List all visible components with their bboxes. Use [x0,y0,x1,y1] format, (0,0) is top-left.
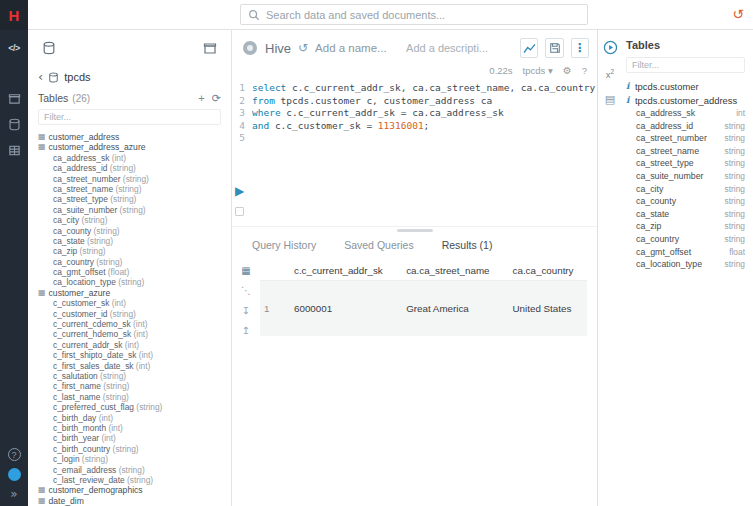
right-column-item[interactable]: ca_location_typestring [626,258,745,271]
column-item[interactable]: ca_country (string) [38,257,231,267]
column-item[interactable]: ca_location_type (string) [38,277,231,287]
language-reference-icon[interactable]: ▤ [605,93,615,106]
column-item[interactable]: c_birth_year (int) [38,433,231,443]
code-lines[interactable]: 1select c.c_current_addr_sk, ca.ca_stree… [232,82,597,145]
column-item[interactable]: c_login (string) [38,454,231,464]
right-column-item[interactable]: ca_zipstring [626,220,745,233]
expand-results-icon[interactable]: ⋱ [241,286,251,296]
column-item[interactable]: ca_street_name (string) [38,184,231,194]
column-item[interactable]: c_customer_sk (int) [38,298,231,308]
right-filter-input[interactable] [626,57,745,73]
more-button[interactable]: ⋮ [571,38,589,58]
right-column-item[interactable]: ca_street_numberstring [626,132,745,145]
documents-source-icon[interactable] [203,41,217,55]
query-description-input[interactable] [406,42,506,54]
table-item[interactable]: ▦customer_address [38,132,231,142]
right-table-item[interactable]: itpcds.customer_address [626,94,745,108]
table-item[interactable]: ▦customer_azure [38,288,231,298]
code-text[interactable]: select c.c_current_addr_sk, ca.ca_street… [252,82,595,95]
column-item[interactable]: ca_street_type (string) [38,194,231,204]
help-icon[interactable]: ? [8,448,21,461]
column-item[interactable]: c_current_cdemo_sk (int) [38,319,231,329]
right-column-item[interactable]: ca_statestring [626,208,745,221]
tab-saved-queries[interactable]: Saved Queries [344,239,413,251]
tab-results-1-[interactable]: Results (1) [442,239,493,251]
column-item[interactable]: ca_address_id (string) [38,163,231,173]
right-column-item[interactable]: ca_suite_numberstring [626,170,745,183]
execute-button[interactable]: ▶ [235,185,244,197]
left-filter-input[interactable] [38,109,221,125]
column-item[interactable]: c_current_hdemo_sk (int) [38,329,231,339]
save-button[interactable] [545,38,563,58]
snippet-menu-icon[interactable] [235,207,244,216]
database-selector[interactable]: tpcds ▾ [523,65,553,76]
column-item[interactable]: c_last_name (string) [38,392,231,402]
table-item[interactable]: ▦date_dim [38,496,231,506]
grid-view-icon[interactable]: ▦ [241,265,250,276]
column-item[interactable]: ca_gmt_offset (float) [38,267,231,277]
notification-dot-icon[interactable] [8,468,21,481]
column-item[interactable]: c_salutation (string) [38,371,231,381]
snippet-help-icon[interactable]: ? [582,65,587,76]
code-text[interactable]: where c.c_current_addr_sk = ca.ca_addres… [252,107,504,120]
documents-icon[interactable] [8,92,21,105]
tab-query-history[interactable]: Query History [252,239,316,251]
settings-gear-icon[interactable]: ⚙ [563,65,572,76]
column-item[interactable]: c_last_review_date (string) [38,475,231,485]
table-item[interactable]: ▦customer_address_azure [38,142,231,152]
download-icon[interactable]: ↧ [242,306,250,316]
right-column-item[interactable]: ca_countystring [626,195,745,208]
right-column-item[interactable]: ca_citystring [626,183,745,196]
column-item[interactable]: ca_city (string) [38,215,231,225]
right-column-item[interactable]: ca_street_namestring [626,145,745,158]
databases-source-icon[interactable] [42,41,56,55]
global-search[interactable] [240,4,588,25]
right-column-item[interactable]: ca_gmt_offsetfloat [626,246,745,259]
column-item[interactable]: c_first_shipto_date_sk (int) [38,350,231,360]
refresh-tables-icon[interactable]: ⟳ [212,93,221,104]
column-item[interactable]: c_birth_month (int) [38,423,231,433]
table-item[interactable]: ▦customer_demographics [38,485,231,495]
column-item[interactable]: c_birth_country (string) [38,444,231,454]
column-header[interactable]: c.c_current_addr_sk [286,261,398,281]
column-item[interactable]: ca_zip (string) [38,246,231,256]
column-item[interactable]: ca_state (string) [38,236,231,246]
column-item[interactable]: c_first_sales_date_sk (int) [38,361,231,371]
right-column-item[interactable]: ca_address_idstring [626,120,745,133]
undo-icon[interactable]: ↺ [298,41,308,55]
search-input[interactable] [266,9,580,21]
column-item[interactable]: c_customer_id (string) [38,309,231,319]
right-column-item[interactable]: ca_street_typestring [626,157,745,170]
right-table-item[interactable]: itpcds.customer [626,80,745,94]
column-header[interactable]: ca.ca_country [505,261,587,281]
code-text[interactable]: and c.c_customer_sk = 11316001; [252,120,429,133]
right-column-item[interactable]: ca_address_skint [626,107,745,120]
functions-icon[interactable]: x2 [606,68,614,80]
assistant-icon[interactable] [603,40,618,55]
export-icon[interactable]: ↥ [242,326,250,336]
column-item[interactable]: ca_county (string) [38,226,231,236]
current-database[interactable]: tpcds [64,71,90,83]
column-item[interactable]: c_birth_day (int) [38,413,231,423]
column-item[interactable]: c_email_address (string) [38,465,231,475]
column-item[interactable]: c_first_name (string) [38,381,231,391]
column-item[interactable]: ca_street_number (string) [38,174,231,184]
editor-app-icon[interactable]: </> [8,42,20,54]
tables-rail-icon[interactable] [8,144,21,157]
column-header[interactable]: ca.ca_street_name [398,261,504,281]
hue-logo[interactable]: H [0,0,28,30]
back-chevron-icon[interactable]: ‹ [38,71,43,83]
task-history-icon[interactable]: ↺ [732,5,744,23]
expand-rail-icon[interactable]: » [10,488,17,500]
column-item[interactable]: c_current_addr_sk (int) [38,340,231,350]
result-row[interactable]: 16000001Great AmericaUnited States [260,281,587,337]
right-column-item[interactable]: ca_countrystring [626,233,745,246]
databases-icon[interactable] [8,118,21,131]
column-item[interactable]: ca_suite_number (string) [38,205,231,215]
column-item[interactable]: c_preferred_cust_flag (string) [38,402,231,412]
code-text[interactable]: from tpcds.customer c, customer_address … [252,95,492,108]
add-table-icon[interactable]: + [198,93,204,104]
query-name-input[interactable] [315,42,399,54]
chart-button[interactable] [520,38,538,58]
column-item[interactable]: ca_address_sk (int) [38,153,231,163]
